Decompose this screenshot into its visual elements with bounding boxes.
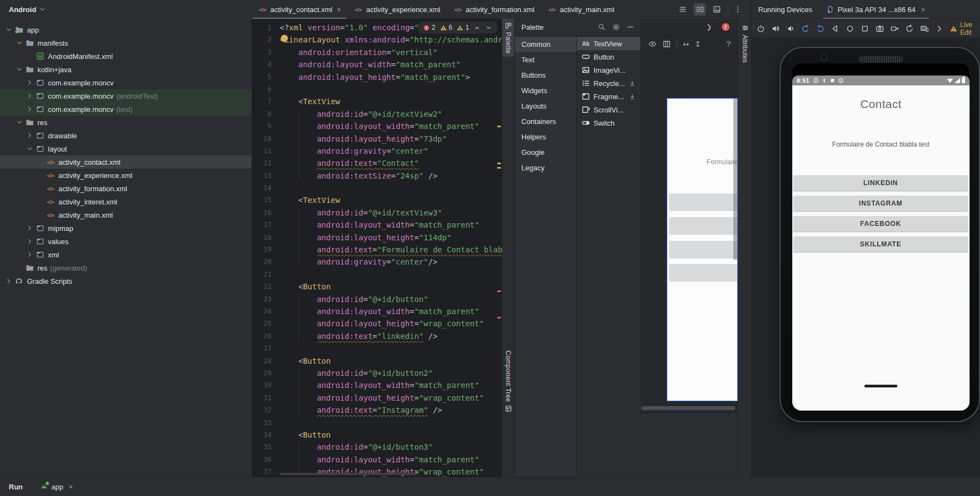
code-line: 5 android:layout_height="match_parent">	[252, 71, 502, 83]
layout-mode-icon[interactable]	[662, 40, 671, 48]
device-tab[interactable]: Pixel 3a API 34 ...x86 64 ×	[823, 0, 928, 19]
code-editor[interactable]: 1<?xml version="1.0" encoding="utf-8"?>2…	[252, 19, 502, 477]
palette-category-widgets[interactable]: Widgets	[515, 83, 576, 99]
tree-item-layout[interactable]: layout	[0, 142, 252, 155]
pan-vertical-icon[interactable]: ↕	[695, 40, 701, 48]
tree-item-activity-contact-xml[interactable]: </>activity_contact.xml	[0, 155, 252, 169]
run-app-tab[interactable]: app ×	[40, 483, 73, 491]
view-options-icon[interactable]	[648, 40, 657, 48]
restart-icon[interactable]	[905, 24, 914, 33]
back-icon[interactable]	[831, 24, 840, 33]
attributes-stripe-tab[interactable]: Attributes	[737, 19, 752, 477]
editor-tab-activity-formation-xml[interactable]: </>activity_formation.xml	[447, 0, 541, 19]
more-options-icon[interactable]	[733, 5, 742, 14]
editor-horizontal-scrollbar[interactable]	[280, 473, 417, 475]
tree-item-activity-main-xml[interactable]: </>activity_main.xml	[0, 208, 252, 222]
palette-component-button[interactable]: Button	[577, 50, 640, 63]
svg-text:Ab: Ab	[582, 41, 589, 47]
palette-component-label: TextView	[594, 40, 622, 48]
help-icon[interactable]: ?	[726, 40, 731, 48]
live-edit-status[interactable]: Live Edit	[950, 21, 980, 36]
tree-item-manifests[interactable]: manifests	[0, 36, 252, 50]
editor-tab-activity-experience-xml[interactable]: </>activity_experience.xml	[347, 0, 447, 19]
tree-item-mipmap[interactable]: mipmap	[0, 222, 252, 235]
project-view-selector[interactable]: Android	[0, 0, 252, 19]
editor-tab-activity-contact-xml[interactable]: </>activity_contact.xml×	[252, 0, 347, 19]
intention-bulb-icon[interactable]	[281, 35, 288, 42]
tree-item-drawable[interactable]: drawable	[0, 129, 252, 142]
home-icon[interactable]	[846, 24, 854, 33]
snippet-tool-icon[interactable]	[920, 24, 929, 33]
tree-item-activity-interet-xml[interactable]: </>activity_interet.xml	[0, 195, 252, 208]
palette-category-text[interactable]: Text	[515, 52, 576, 68]
palette-component-switch[interactable]: Switch	[577, 116, 640, 130]
tree-item-gradle-scripts[interactable]: Gradle Scripts	[0, 274, 252, 288]
palette-stripe-tab[interactable]: Palette	[502, 19, 514, 57]
palette-category-layouts[interactable]: Layouts	[515, 99, 576, 114]
tree-item-activity-experience-xml[interactable]: </>activity_experience.xml	[0, 169, 252, 182]
overview-icon[interactable]	[861, 24, 869, 33]
tree-item-xml[interactable]: xml	[0, 248, 252, 261]
tree-item-com-example-moncv-androidtest[interactable]: com.example.moncv(androidTest)	[0, 89, 252, 103]
rotate-right-icon[interactable]	[816, 24, 825, 33]
tree-item-kotlin-java[interactable]: kotlin+java	[0, 63, 252, 76]
line-number: 34	[252, 429, 271, 441]
comp-button-icon	[581, 52, 590, 61]
gear-icon[interactable]	[612, 23, 620, 31]
tree-item-values[interactable]: values	[0, 235, 252, 248]
search-icon[interactable]	[597, 23, 606, 31]
palette-component-recycle[interactable]: Recycle...	[577, 77, 640, 90]
close-icon[interactable]: ×	[921, 6, 925, 14]
previous-issue-icon[interactable]	[473, 24, 481, 31]
palette-category-legacy[interactable]: Legacy	[515, 160, 576, 176]
design-horizontal-scrollbar[interactable]	[641, 406, 735, 410]
palette-component-imagevi[interactable]: ImageVi...	[577, 63, 640, 77]
split-view-icon[interactable]	[695, 5, 704, 14]
palette-category-google[interactable]: Google	[515, 145, 576, 160]
tree-item-res[interactable]: res	[0, 116, 252, 129]
palette-category-common[interactable]: Common	[515, 37, 576, 52]
home-indicator[interactable]	[864, 385, 897, 387]
screen-record-icon[interactable]	[890, 24, 899, 33]
issue-badge[interactable]: !	[722, 23, 729, 31]
component-tree-stripe-tab[interactable]: Component Tree	[502, 347, 514, 416]
app-button-facebook[interactable]: FACEBOOK	[793, 216, 968, 231]
close-icon[interactable]: ×	[337, 6, 341, 13]
rotate-left-icon[interactable]	[801, 24, 810, 33]
palette-component-fragme[interactable]: Fragme...	[577, 90, 640, 103]
design-canvas[interactable]: Formulaire de Contact blabla test	[667, 98, 738, 401]
palette-category-containers[interactable]: Containers	[515, 114, 576, 130]
app-button-linkedin[interactable]: LINKEDIN	[793, 175, 968, 191]
chevron-right-icon[interactable]	[935, 24, 944, 33]
app-button-skillmate[interactable]: SKILLMATE	[793, 236, 968, 252]
minimize-icon[interactable]	[626, 23, 635, 31]
tree-item-res-generated[interactable]: res(generated)	[0, 261, 252, 274]
tree-item-com-example-moncv-test[interactable]: com.example.moncv(test)	[0, 103, 252, 116]
volume-down-icon[interactable]	[786, 24, 795, 33]
design-view-icon[interactable]	[712, 5, 721, 14]
tree-item-app[interactable]: app	[0, 23, 252, 36]
tree-item-com-example-moncv[interactable]: com.example.moncv	[0, 76, 252, 89]
line-number: 31	[252, 392, 271, 404]
close-icon[interactable]: ×	[69, 483, 73, 491]
canvas-vertical-scrollbar[interactable]	[733, 99, 737, 260]
screenshot-icon[interactable]	[875, 24, 884, 33]
code-view-icon[interactable]	[678, 5, 687, 14]
next-issue-icon[interactable]	[485, 24, 492, 31]
phone-screen[interactable]: 8:51 Contact Formulaire de Cont	[792, 63, 970, 411]
inspections-widget[interactable]: 2 6 1	[417, 21, 498, 34]
run-tool-window-button[interactable]: Run	[9, 483, 23, 491]
palette-category-helpers[interactable]: Helpers	[515, 130, 576, 145]
chevron-right-icon	[28, 226, 32, 230]
app-button-instagram[interactable]: INSTAGRAM	[793, 196, 968, 211]
palette-component-scrollvi[interactable]: ScrollVi...	[577, 103, 640, 116]
editor-tab-activity-main-xml[interactable]: </>activity_main.xml	[541, 0, 621, 19]
expand-chevron-icon[interactable]: ❯	[706, 23, 712, 31]
palette-category-buttons[interactable]: Buttons	[515, 68, 576, 83]
power-icon[interactable]	[756, 24, 765, 33]
palette-component-textview[interactable]: AbTextView	[577, 37, 640, 50]
pan-horizontal-icon[interactable]: ↔	[683, 40, 689, 48]
volume-up-icon[interactable]	[771, 24, 780, 33]
tree-item-androidmanifest-xml[interactable]: MAndroidManifest.xml	[0, 50, 252, 63]
tree-item-activity-formation-xml[interactable]: </>activity_formation.xml	[0, 182, 252, 195]
